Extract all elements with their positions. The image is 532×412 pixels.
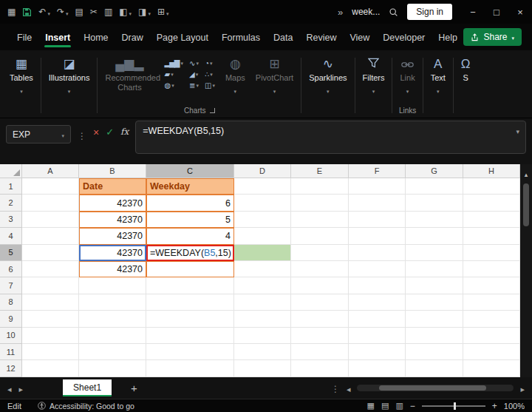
column-header-A[interactable]: A [22, 164, 79, 178]
cell-D5[interactable] [234, 245, 291, 261]
row-header-11[interactable]: 11 [0, 344, 22, 360]
name-box[interactable]: EXP [6, 125, 71, 143]
cell-B9[interactable] [79, 311, 146, 327]
vscroll-up-icon[interactable] [525, 166, 528, 180]
cell-F6[interactable] [349, 261, 406, 277]
area-chart-icon[interactable]: ◢▾ [189, 71, 199, 78]
borders-icon[interactable]: ⊞ [157, 7, 165, 16]
cell-E10[interactable] [291, 328, 349, 344]
column-header-C[interactable]: C [146, 164, 234, 178]
filters-button[interactable]: Filters [358, 52, 390, 96]
cell-D12[interactable] [234, 360, 291, 376]
tab-insert[interactable]: Insert [38, 26, 77, 50]
pie-chart-icon[interactable]: ◔▾ [205, 60, 215, 67]
cell-F4[interactable] [349, 228, 406, 244]
cell-A4[interactable] [22, 228, 79, 244]
cell-B3[interactable]: 42370 [79, 212, 146, 228]
cell-G5[interactable] [406, 245, 463, 261]
scatter-chart-icon[interactable]: ∴▾ [205, 71, 215, 78]
cell-F11[interactable] [349, 344, 406, 360]
paste-icon[interactable]: ▥ [104, 7, 112, 16]
cell-G8[interactable] [406, 294, 463, 311]
combo-chart-icon[interactable]: ◫▾ [205, 82, 215, 90]
undo-icon[interactable]: ↶ [38, 7, 46, 16]
tab-home[interactable]: Home [77, 26, 115, 50]
save-icon[interactable] [22, 7, 32, 17]
cell-A3[interactable] [22, 212, 79, 228]
tab-data[interactable]: Data [267, 26, 299, 50]
cell-B8[interactable] [79, 294, 146, 311]
line-chart-icon[interactable]: ∿▾ [189, 60, 199, 67]
cell-H9[interactable] [463, 311, 520, 327]
search-icon[interactable] [389, 7, 398, 17]
cell-G10[interactable] [406, 328, 463, 344]
cell-E2[interactable] [291, 195, 349, 211]
tab-view[interactable]: View [343, 26, 376, 50]
cell-E5[interactable] [291, 245, 349, 261]
row-header-1[interactable]: 1 [0, 178, 22, 195]
redo-dropdown-icon[interactable] [66, 5, 69, 18]
format-painter-icon[interactable]: ◧ [119, 7, 127, 16]
cell-D4[interactable] [234, 228, 291, 244]
cell-E6[interactable] [291, 261, 349, 277]
hscroll-right-icon[interactable] [520, 382, 525, 395]
tab-page-layout[interactable]: Page Layout [150, 26, 215, 50]
tab-file[interactable]: File [10, 26, 38, 50]
cell-D1[interactable] [234, 178, 291, 195]
cell-C10[interactable] [146, 328, 234, 344]
cell-D11[interactable] [234, 344, 291, 360]
cell-E3[interactable] [291, 212, 349, 228]
formula-bar-resize-handle[interactable] [78, 129, 86, 142]
cell-H12[interactable] [463, 360, 520, 376]
cell-G6[interactable] [406, 261, 463, 277]
sparklines-button[interactable]: ∿ Sparklines [304, 52, 352, 96]
name-box-dropdown-icon[interactable] [61, 129, 64, 140]
symbols-button[interactable]: Ω S [456, 52, 476, 84]
charts-dialog-launcher-icon[interactable] [210, 108, 215, 113]
cell-C12[interactable] [146, 360, 234, 376]
cell-D6[interactable] [234, 261, 291, 277]
column-header-H[interactable]: H [463, 164, 520, 178]
horizontal-scrollbar-thumb[interactable] [379, 385, 486, 391]
zoom-out-button[interactable]: − [410, 402, 415, 411]
page-layout-view-icon[interactable]: ▤ [381, 402, 389, 410]
cell-C2[interactable]: 6 [146, 195, 234, 211]
tab-formulas[interactable]: Formulas [215, 26, 267, 50]
cell-B4[interactable]: 42370 [79, 228, 146, 244]
cell-B12[interactable] [79, 360, 146, 376]
cell-H8[interactable] [463, 294, 520, 311]
cell-H10[interactable] [463, 328, 520, 344]
cell-F2[interactable] [349, 195, 406, 211]
cell-E1[interactable] [291, 178, 349, 195]
sheet-nav-right-icon[interactable] [19, 382, 24, 395]
cell-D8[interactable] [234, 294, 291, 311]
cell-E9[interactable] [291, 311, 349, 327]
column-header-B[interactable]: B [79, 164, 146, 178]
cell-F3[interactable] [349, 212, 406, 228]
map-chart-icon[interactable]: ◍▾ [164, 82, 183, 90]
text-button[interactable]: A Text [426, 52, 451, 96]
tab-review[interactable]: Review [299, 26, 343, 50]
tab-options-icon[interactable] [331, 382, 340, 395]
cell-G2[interactable] [406, 195, 463, 211]
illustrations-button[interactable]: ◪ Illustrations [44, 52, 95, 96]
cell-A9[interactable] [22, 311, 79, 327]
cell-H7[interactable] [463, 277, 520, 294]
cell-B2[interactable]: 42370 [79, 195, 146, 211]
cell-C8[interactable] [146, 294, 234, 311]
cell-F7[interactable] [349, 277, 406, 294]
row-header-4[interactable]: 4 [0, 228, 22, 244]
cell-D10[interactable] [234, 328, 291, 344]
cell-H11[interactable] [463, 344, 520, 360]
cancel-icon[interactable]: × [93, 127, 99, 138]
cell-H3[interactable] [463, 212, 520, 228]
fill-color-dropdown-icon[interactable] [148, 5, 151, 18]
row-header-10[interactable]: 10 [0, 328, 22, 344]
link-button[interactable]: Link [395, 52, 420, 96]
cell-A2[interactable] [22, 195, 79, 211]
cell-E8[interactable] [291, 294, 349, 311]
cell-D2[interactable] [234, 195, 291, 211]
zoom-in-button[interactable]: + [492, 402, 497, 411]
share-button[interactable]: Share [463, 28, 522, 46]
cell-E7[interactable] [291, 277, 349, 294]
